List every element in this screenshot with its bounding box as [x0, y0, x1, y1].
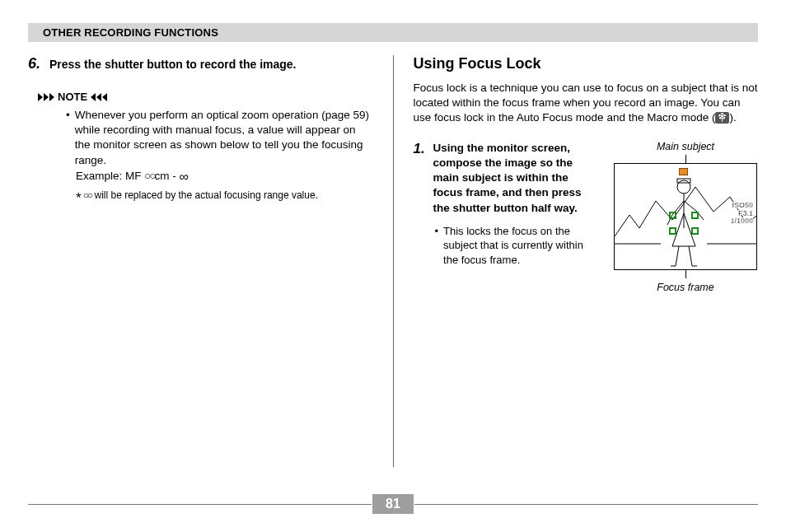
bullet-icon: •	[435, 224, 439, 268]
footer-rule	[414, 504, 758, 505]
section-title: Using Focus Lock	[414, 55, 759, 72]
intro-a: Focus lock is a technique you can use to…	[414, 82, 758, 124]
left-column: 6. Press the shutter button to record th…	[28, 55, 393, 475]
figure-label-top: Main subject	[613, 141, 758, 152]
placeholder-circles-icon: ○○	[144, 170, 154, 182]
step-text: Press the shutter button to record the i…	[49, 57, 297, 72]
note-header: NOTE	[38, 91, 373, 103]
asterisk-icon: *	[76, 190, 82, 207]
svg-point-3	[723, 114, 727, 117]
callout-line-icon	[685, 155, 686, 163]
placeholder-circles-icon: ○○	[83, 189, 92, 201]
step-number: 1.	[414, 141, 427, 216]
section-header: OTHER RECORDING FUNCTIONS	[28, 23, 758, 42]
svg-point-1	[722, 113, 723, 115]
shutter-value: 1/1000	[730, 217, 753, 226]
figure-column: Main subject	[613, 141, 758, 296]
step-number: 6.	[28, 55, 43, 72]
infinity-icon: ∞	[180, 170, 189, 184]
note-asterisk: * ○○ will be replaced by the actual focu…	[76, 189, 373, 206]
page-number: 81	[372, 494, 414, 514]
step1-bullet-text: This locks the focus on the subject that…	[443, 224, 598, 268]
example-prefix: Example: MF	[76, 170, 144, 182]
right-column: Using Focus Lock Focus lock is a techniq…	[394, 55, 759, 475]
step-text: Using the monitor screen, compose the im…	[433, 141, 599, 216]
intro-b: ).	[729, 111, 736, 124]
svg-point-9	[677, 180, 690, 194]
note-bullet: • Whenever you perform an optical zoom o…	[66, 108, 373, 168]
svg-line-13	[689, 246, 692, 266]
exposure-readout: ISO50 F3.1 1/1000	[730, 202, 753, 226]
page-footer: 81	[28, 494, 758, 514]
note-bullet-text: Whenever you perform an optical zoom ope…	[75, 108, 373, 168]
right-body: 1. Using the monitor screen, compose the…	[414, 141, 759, 296]
intro-text: Focus lock is a technique you can use to…	[414, 81, 759, 126]
note-example: Example: MF ○○cm - ∞	[76, 170, 373, 184]
svg-point-2	[718, 114, 722, 117]
svg-rect-6	[722, 118, 723, 122]
step1-bullet: • This locks the focus on the subject th…	[435, 224, 599, 268]
macro-flower-icon	[715, 112, 729, 124]
example-mid: cm -	[155, 170, 180, 182]
note-arrow-right-icon	[38, 93, 54, 101]
step-1: 1. Using the monitor screen, compose the…	[414, 141, 599, 216]
asterisk-body: ○○ will be replaced by the actual focusi…	[83, 189, 318, 206]
content-columns: 6. Press the shutter button to record th…	[28, 55, 758, 475]
monitor-screen-figure: ISO50 F3.1 1/1000	[614, 163, 757, 270]
callout-line-icon	[685, 270, 686, 278]
footer-rule	[28, 504, 372, 505]
step-6: 6. Press the shutter button to record th…	[28, 55, 373, 72]
step1-column: 1. Using the monitor screen, compose the…	[414, 141, 599, 296]
svg-point-0	[721, 115, 723, 118]
note-arrow-left-icon	[91, 93, 107, 101]
figure-label-bottom: Focus frame	[613, 282, 758, 293]
focus-frame-icon	[669, 212, 699, 235]
note-label: NOTE	[58, 91, 87, 103]
svg-line-12	[676, 246, 679, 266]
bullet-icon: •	[66, 108, 70, 168]
asterisk-text: will be replaced by the actual focusing …	[91, 189, 318, 201]
